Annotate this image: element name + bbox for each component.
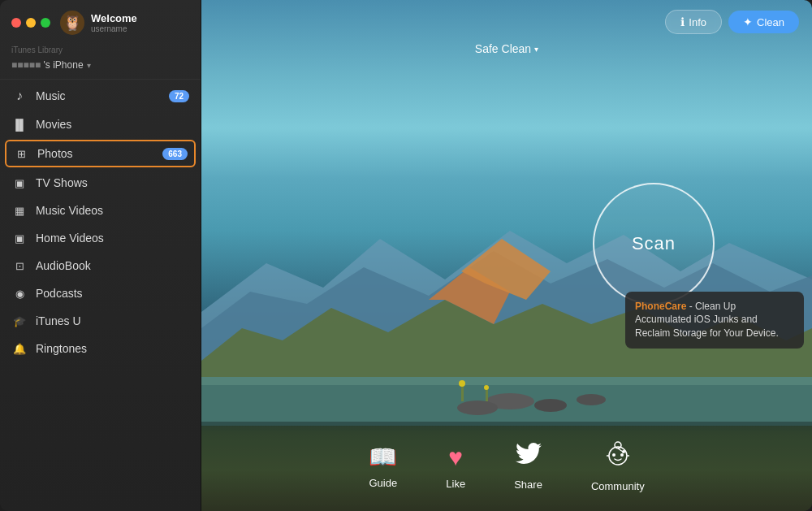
music-badge: 72 <box>169 90 189 102</box>
scan-label: Scan <box>632 233 676 254</box>
close-button[interactable] <box>11 18 21 28</box>
share-action[interactable]: Share <box>514 442 542 491</box>
welcome-label: Welcome <box>91 12 137 24</box>
sidebar-label-tv-shows: TV Shows <box>36 176 189 189</box>
traffic-lights <box>11 18 50 28</box>
sidebar-label-home-videos: Home Videos <box>36 232 189 245</box>
sidebar-label-photos: Photos <box>37 147 154 160</box>
itunes-library-label: iTunes Library <box>0 42 201 56</box>
tv-shows-icon: ▣ <box>11 177 28 189</box>
chevron-down-icon: ▾ <box>87 61 91 70</box>
photos-icon: ⊞ <box>13 148 29 160</box>
sidebar-item-home-videos[interactable]: ▣ Home Videos <box>0 224 201 252</box>
safe-clean-bar[interactable]: Safe Clean ▾ <box>475 42 538 55</box>
sidebar-item-podcasts[interactable]: ◉ Podcasts <box>0 279 201 307</box>
sidebar-item-tv-shows[interactable]: ▣ TV Shows <box>0 169 201 197</box>
sidebar-item-itunes-u[interactable]: 🎓 iTunes U <box>0 307 201 335</box>
sidebar-divider <box>0 79 201 80</box>
movies-icon: ▐▌ <box>11 119 28 131</box>
sidebar-item-music-videos[interactable]: ▦ Music Videos <box>0 197 201 224</box>
sidebar-label-itunes-u: iTunes U <box>36 314 189 327</box>
svg-point-20 <box>622 450 625 453</box>
community-icon <box>604 441 632 474</box>
app-avatar: 🦉 <box>60 11 84 35</box>
scan-circle[interactable]: Scan <box>593 183 715 305</box>
community-label: Community <box>591 480 645 492</box>
audiobook-icon: ⊡ <box>11 260 28 272</box>
clean-label: Clean <box>757 16 784 28</box>
iphone-name: ■■■■■ 's iPhone <box>11 59 84 71</box>
svg-point-8 <box>534 399 567 412</box>
podcasts-icon: ◉ <box>11 288 28 300</box>
sidebar-item-music[interactable]: ♪ Music 72 <box>0 81 201 110</box>
svg-point-9 <box>457 401 498 415</box>
header-bar: ℹ Info ✦ Clean <box>665 10 799 34</box>
sidebar-label-podcasts: Podcasts <box>36 287 189 300</box>
svg-point-17 <box>612 453 615 457</box>
info-icon: ℹ <box>680 15 685 28</box>
safe-clean-chevron-icon: ▾ <box>534 45 538 54</box>
svg-rect-13 <box>486 389 488 401</box>
share-icon <box>516 442 542 472</box>
clean-button[interactable]: ✦ Clean <box>728 11 799 33</box>
community-action[interactable]: Community <box>591 441 645 492</box>
sidebar: 🦉 Welcome username iTunes Library ■■■■■ … <box>0 0 201 511</box>
svg-point-10 <box>577 394 606 405</box>
guide-icon: 📖 <box>369 444 397 470</box>
titlebar: 🦉 Welcome username <box>0 0 201 42</box>
phonecare-brand: PhoneCare <box>635 301 686 312</box>
phonecare-tooltip: PhoneCare - Clean Up Accumulated iOS Jun… <box>625 292 804 349</box>
share-label: Share <box>514 479 542 491</box>
safe-clean-text: Safe Clean <box>475 42 531 55</box>
sidebar-label-ringtones: Ringtones <box>36 342 189 355</box>
info-label: Info <box>689 16 706 28</box>
fullscreen-button[interactable] <box>41 18 50 28</box>
like-icon: ♥ <box>448 444 463 471</box>
sidebar-item-audiobook[interactable]: ⊡ AudioBook <box>0 252 201 279</box>
photos-badge: 663 <box>162 148 188 160</box>
clean-icon: ✦ <box>743 15 753 28</box>
svg-point-12 <box>459 380 465 387</box>
minimize-button[interactable] <box>26 18 36 28</box>
like-label: Like <box>446 478 465 490</box>
like-action[interactable]: ♥ Like <box>446 444 465 490</box>
svg-point-18 <box>620 453 624 457</box>
username-label: username <box>91 24 137 33</box>
bottom-actions: 📖 Guide ♥ Like Share <box>201 422 812 511</box>
svg-point-16 <box>615 442 621 448</box>
sidebar-item-photos[interactable]: ⊞ Photos 663 <box>5 140 196 167</box>
sidebar-item-movies[interactable]: ▐▌ Movies <box>0 110 201 138</box>
music-icon: ♪ <box>11 89 28 103</box>
guide-action[interactable]: 📖 Guide <box>369 444 397 489</box>
svg-rect-11 <box>461 385 464 401</box>
sidebar-label-music: Music <box>36 89 161 102</box>
sidebar-label-music-videos: Music Videos <box>36 204 189 217</box>
info-button[interactable]: ℹ Info <box>665 10 722 34</box>
sidebar-label-audiobook: AudioBook <box>36 259 189 272</box>
music-videos-icon: ▦ <box>11 205 28 217</box>
svg-point-15 <box>609 447 627 465</box>
sidebar-item-ringtones[interactable]: 🔔 Ringtones <box>0 335 201 362</box>
guide-label: Guide <box>369 477 397 489</box>
svg-point-14 <box>484 385 489 390</box>
welcome-info: Welcome username <box>91 12 137 33</box>
main-content: ℹ Info ✦ Clean Safe Clean ▾ Scan PhoneCa… <box>201 0 812 511</box>
sidebar-label-movies: Movies <box>36 118 189 131</box>
itunes-u-icon: 🎓 <box>11 315 28 327</box>
home-videos-icon: ▣ <box>11 232 28 245</box>
ringtones-icon: 🔔 <box>11 343 28 355</box>
iphone-selector[interactable]: ■■■■■ 's iPhone ▾ <box>0 56 201 77</box>
